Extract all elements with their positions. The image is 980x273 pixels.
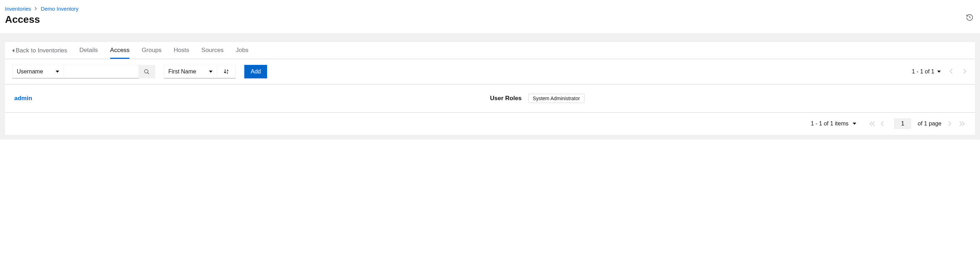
top-count-text: 1 - 1 of 1 xyxy=(912,68,934,75)
back-link-label: Back to Inventories xyxy=(16,47,67,54)
top-next-button[interactable] xyxy=(961,68,968,76)
tab-jobs[interactable]: Jobs xyxy=(236,42,248,59)
sort-direction-button[interactable]: A Z xyxy=(217,65,236,78)
top-count-dropdown[interactable]: 1 - 1 of 1 xyxy=(912,68,941,75)
breadcrumb-link-inventories[interactable]: Inventories xyxy=(5,6,31,12)
access-card: Back to Inventories Details Access Group… xyxy=(5,42,975,135)
tab-details[interactable]: Details xyxy=(80,42,98,59)
items-per-page-dropdown[interactable]: 1 - 1 of 1 items xyxy=(811,121,856,127)
svg-text:A: A xyxy=(226,69,228,71)
breadcrumb-separator xyxy=(35,6,37,11)
pagination-bar: 1 - 1 of 1 items of 1 page xyxy=(5,113,975,135)
svg-point-0 xyxy=(145,70,148,73)
pagination-nav-left xyxy=(869,121,888,126)
user-cell: admin xyxy=(14,95,490,102)
svg-line-1 xyxy=(148,72,149,74)
tab-bar: Back to Inventories Details Access Group… xyxy=(5,42,975,59)
breadcrumb: Inventories Demo Inventory xyxy=(5,6,975,12)
tab-sources[interactable]: Sources xyxy=(202,42,224,59)
role-chip[interactable]: System Administrator xyxy=(528,94,584,103)
last-page-button[interactable] xyxy=(959,121,966,126)
sort-az-icon: A Z xyxy=(223,68,230,75)
sort-field-select[interactable]: First Name xyxy=(164,65,217,78)
caret-down-icon xyxy=(853,122,856,125)
user-link[interactable]: admin xyxy=(14,95,32,102)
search-button[interactable] xyxy=(139,65,155,78)
toolbar: Username First Name xyxy=(5,59,975,84)
sort-field-label: First Name xyxy=(168,68,196,75)
top-prev-button[interactable] xyxy=(948,68,955,76)
next-page-button[interactable] xyxy=(948,121,955,126)
caret-down-icon xyxy=(56,71,59,73)
sort-filter-group: First Name A Z xyxy=(164,65,236,78)
items-count-text: 1 - 1 of 1 items xyxy=(811,121,848,127)
caret-down-icon xyxy=(209,71,213,73)
breadcrumb-link-current[interactable]: Demo Inventory xyxy=(41,6,78,12)
history-icon[interactable] xyxy=(966,14,974,21)
roles-label: User Roles xyxy=(490,95,522,102)
roles-cell: User Roles System Administrator xyxy=(490,94,966,103)
tab-hosts[interactable]: Hosts xyxy=(174,42,189,59)
svg-text:Z: Z xyxy=(226,71,228,74)
prev-page-button[interactable] xyxy=(880,121,888,126)
add-button[interactable]: Add xyxy=(244,65,267,78)
tab-groups[interactable]: Groups xyxy=(142,42,162,59)
filter-field-select[interactable]: Username xyxy=(12,65,64,78)
caret-down-icon xyxy=(937,71,941,73)
search-input-wrap xyxy=(64,65,139,78)
page-title: Access xyxy=(5,14,975,25)
pagination-nav-right xyxy=(948,121,966,126)
search-icon xyxy=(144,69,150,75)
page-number-input[interactable] xyxy=(894,118,911,129)
search-filter-group: Username xyxy=(12,65,155,78)
back-to-inventories-link[interactable]: Back to Inventories xyxy=(12,43,67,59)
page-suffix-label: of 1 page xyxy=(918,121,942,127)
caret-left-icon xyxy=(12,49,14,52)
first-page-button[interactable] xyxy=(869,121,876,126)
filter-field-label: Username xyxy=(17,68,43,75)
search-input[interactable] xyxy=(67,65,135,78)
tab-access[interactable]: Access xyxy=(110,42,130,59)
toolbar-right: 1 - 1 of 1 xyxy=(912,68,968,76)
table-row: admin User Roles System Administrator xyxy=(5,84,975,113)
